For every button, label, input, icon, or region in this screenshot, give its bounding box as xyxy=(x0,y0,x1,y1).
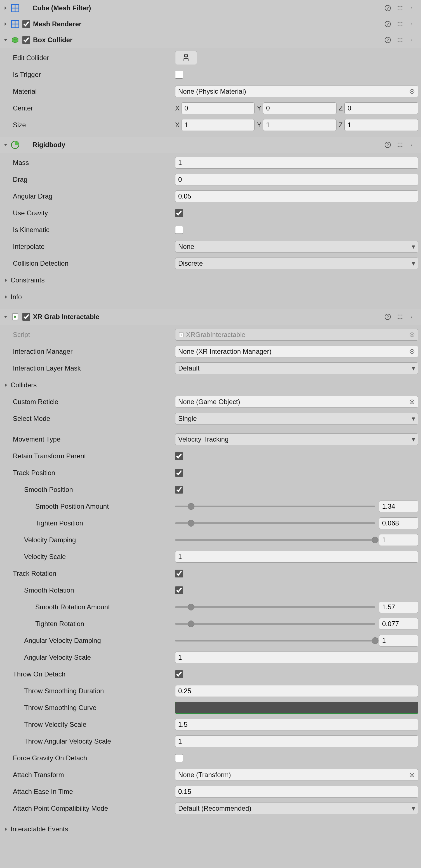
retain-transform-parent-checkbox[interactable] xyxy=(175,452,183,460)
angular-velocity-scale-input[interactable] xyxy=(175,652,418,663)
select-mode-dropdown[interactable]: Single▾ xyxy=(175,413,418,425)
box-collider-enable-checkbox[interactable] xyxy=(22,36,30,44)
foldout-closed-icon[interactable] xyxy=(3,826,9,833)
menu-icon[interactable] xyxy=(408,141,417,149)
preset-icon[interactable] xyxy=(396,313,404,321)
object-picker-icon[interactable] xyxy=(408,398,416,406)
smooth-rotation-amount-input[interactable] xyxy=(379,601,418,613)
attach-point-compat-dropdown[interactable]: Default (Recommended)▾ xyxy=(175,803,418,814)
menu-icon[interactable] xyxy=(408,20,417,28)
help-icon[interactable]: ? xyxy=(384,141,392,149)
preset-icon[interactable] xyxy=(396,20,404,28)
menu-icon[interactable] xyxy=(408,4,417,12)
throw-smoothing-curve-field[interactable] xyxy=(175,702,418,714)
svg-point-10 xyxy=(412,7,412,8)
tighten-rotation-input[interactable] xyxy=(379,618,418,630)
throw-on-detach-checkbox[interactable] xyxy=(175,670,183,678)
center-x-input[interactable] xyxy=(181,102,254,114)
track-position-checkbox[interactable] xyxy=(175,469,183,477)
interactable-events-label[interactable]: Interactable Events xyxy=(11,825,68,833)
mesh-filter-header[interactable]: Cube (Mesh Filter) ? xyxy=(0,0,421,16)
is-trigger-checkbox[interactable] xyxy=(175,71,183,79)
help-icon[interactable]: ? xyxy=(384,4,392,12)
help-icon[interactable]: ? xyxy=(384,313,392,321)
is-kinematic-checkbox[interactable] xyxy=(175,226,183,234)
attach-transform-field[interactable]: None (Transform) xyxy=(175,769,418,781)
interpolate-dropdown[interactable]: None▾ xyxy=(175,241,418,252)
smooth-position-amount-slider[interactable] xyxy=(175,505,375,507)
interaction-layer-mask-dropdown[interactable]: Default▾ xyxy=(175,363,418,374)
foldout-open-icon[interactable] xyxy=(2,142,9,148)
throw-velocity-scale-input[interactable] xyxy=(175,719,418,731)
mesh-renderer-enable-checkbox[interactable] xyxy=(22,20,30,28)
interaction-manager-field[interactable]: None (XR Interaction Manager) xyxy=(175,346,418,358)
smooth-rotation-amount-slider[interactable] xyxy=(175,606,375,608)
smooth-rotation-checkbox[interactable] xyxy=(175,586,183,594)
tighten-position-input[interactable] xyxy=(379,517,418,529)
colliders-label[interactable]: Colliders xyxy=(11,381,37,389)
svg-rect-28 xyxy=(398,38,399,39)
size-x-input[interactable] xyxy=(181,119,254,131)
velocity-damping-input[interactable] xyxy=(379,534,418,546)
smooth-position-amount-input[interactable] xyxy=(379,501,418,512)
foldout-closed-icon[interactable] xyxy=(3,277,9,284)
object-picker-icon[interactable] xyxy=(408,87,416,96)
constraints-label[interactable]: Constraints xyxy=(11,276,44,284)
angular-drag-input[interactable] xyxy=(175,190,418,202)
foldout-open-icon[interactable] xyxy=(2,37,9,43)
velocity-damping-slider[interactable] xyxy=(175,539,375,541)
xr-grab-enable-checkbox[interactable] xyxy=(22,313,30,321)
script-field: #XRGrabInteractable xyxy=(175,329,418,341)
mass-input[interactable] xyxy=(175,157,418,168)
foldout-closed-icon[interactable] xyxy=(3,382,9,389)
material-field[interactable]: None (Physic Material) xyxy=(175,86,418,97)
angular-velocity-damping-slider[interactable] xyxy=(175,640,375,642)
force-gravity-on-detach-checkbox[interactable] xyxy=(175,754,183,762)
foldout-closed-icon[interactable] xyxy=(2,5,9,11)
mesh-filter-icon xyxy=(10,3,20,13)
tighten-rotation-slider[interactable] xyxy=(175,623,375,625)
use-gravity-checkbox[interactable] xyxy=(175,209,183,217)
tighten-position-slider[interactable] xyxy=(175,522,375,524)
throw-smoothing-duration-input[interactable] xyxy=(175,685,418,697)
center-y-input[interactable] xyxy=(263,102,336,114)
foldout-closed-icon[interactable] xyxy=(3,293,9,300)
object-picker-icon[interactable] xyxy=(408,771,416,779)
xr-grab-header[interactable]: # XR Grab Interactable ? xyxy=(0,309,421,325)
drag-input[interactable] xyxy=(175,174,418,185)
size-z-input[interactable] xyxy=(344,119,418,131)
preset-icon[interactable] xyxy=(396,141,404,149)
help-icon[interactable]: ? xyxy=(384,20,392,28)
attach-ease-in-time-input[interactable] xyxy=(175,786,418,798)
velocity-scale-input[interactable] xyxy=(175,551,418,563)
movement-type-dropdown[interactable]: Velocity Tracking▾ xyxy=(175,433,418,445)
attach-point-compat-value: Default (Recommended) xyxy=(178,805,251,812)
angular-velocity-damping-input[interactable] xyxy=(379,635,418,647)
collision-detection-dropdown[interactable]: Discrete▾ xyxy=(175,257,418,269)
movement-type-value: Velocity Tracking xyxy=(178,435,229,443)
throw-angular-velocity-scale-input[interactable] xyxy=(175,736,418,747)
center-z-input[interactable] xyxy=(344,102,418,114)
edit-collider-button[interactable] xyxy=(175,51,197,65)
collision-detection-value: Discrete xyxy=(178,259,203,267)
smooth-position-checkbox[interactable] xyxy=(175,486,183,494)
size-y-input[interactable] xyxy=(263,119,336,131)
rigidbody-header[interactable]: Rigidbody ? xyxy=(0,137,421,153)
info-label[interactable]: Info xyxy=(11,293,22,301)
help-icon[interactable]: ? xyxy=(384,36,392,44)
custom-reticle-field[interactable]: None (Game Object) xyxy=(175,396,418,408)
object-picker-icon[interactable] xyxy=(408,347,416,356)
track-position-label: Track Position xyxy=(3,469,55,477)
svg-rect-31 xyxy=(400,42,402,42)
preset-icon[interactable] xyxy=(396,4,404,12)
menu-icon[interactable] xyxy=(408,313,417,321)
attach-transform-label: Attach Transform xyxy=(3,771,64,779)
track-rotation-checkbox[interactable] xyxy=(175,569,183,578)
chevron-down-icon: ▾ xyxy=(412,243,415,251)
preset-icon[interactable] xyxy=(396,36,404,44)
mesh-renderer-header[interactable]: Mesh Renderer ? xyxy=(0,16,421,32)
foldout-closed-icon[interactable] xyxy=(2,21,9,27)
foldout-open-icon[interactable] xyxy=(2,313,9,320)
menu-icon[interactable] xyxy=(408,36,417,44)
box-collider-header[interactable]: Box Collider ? xyxy=(0,32,421,48)
